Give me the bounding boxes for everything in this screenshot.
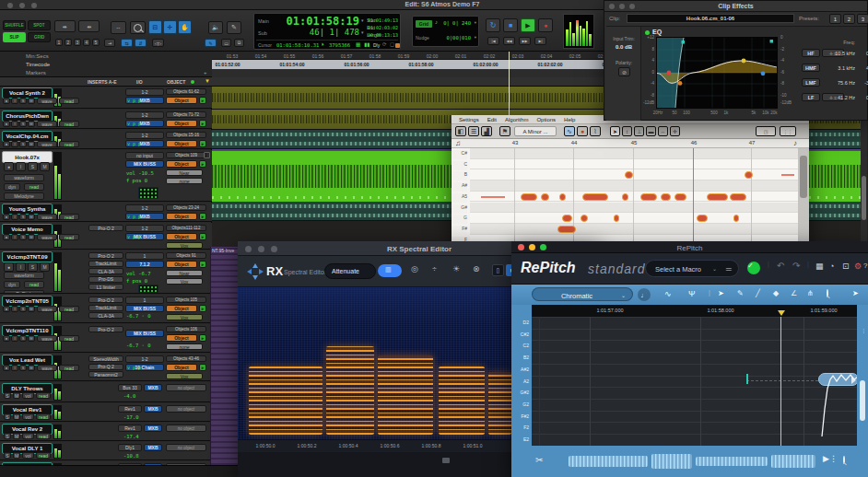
eq-band-hmf-button[interactable]: HMF — [802, 64, 820, 72]
scale-selector[interactable]: Chromatic ⌄ — [532, 287, 633, 301]
levels-icon[interactable]: ▟ — [481, 126, 492, 136]
eq-band-freq[interactable]: 75.6 Hz — [827, 80, 855, 86]
track-view-wave[interactable]: wave — [37, 98, 57, 104]
tilt-tool-icon[interactable]: ∠ — [791, 289, 797, 297]
clef-icon[interactable]: ♫ — [455, 139, 461, 147]
preset-button-3[interactable]: 3 — [857, 14, 868, 24]
volume-readout[interactable]: -10.8 — [123, 453, 139, 459]
track-view-waveform[interactable]: waveform — [4, 272, 44, 279]
overview-waveform[interactable] — [569, 456, 648, 467]
io-output-selector[interactable]: MIX BUSS — [125, 160, 164, 168]
io-output-selector[interactable]: MIX BUSS — [125, 305, 164, 312]
note-blob[interactable] — [622, 193, 628, 201]
pan-readout[interactable]: f pos 0 — [126, 178, 147, 183]
arrow-tool-icon[interactable]: ➤ — [610, 126, 620, 136]
io-input-selector[interactable]: 1-2 — [125, 132, 164, 139]
zoom-tool-icon[interactable] — [827, 290, 828, 297]
object-range-selector[interactable]: Objects 106 — [166, 326, 206, 332]
note-tool-icon[interactable]: ● — [577, 126, 588, 136]
volume-readout[interactable]: vol -6.7 — [126, 271, 151, 276]
track-mini-s[interactable]: S — [4, 433, 11, 439]
brightness-icon[interactable]: ☀ — [452, 264, 460, 273]
track-view-dyn[interactable]: dyn — [4, 281, 20, 288]
grid-value[interactable]: 0| 0| 240 — [439, 20, 471, 26]
object-range-selector[interactable]: Objects 71-72 — [166, 111, 206, 118]
overview-zoom-icon[interactable] — [843, 457, 845, 463]
track-view-read[interactable]: read — [59, 214, 79, 220]
pitch-curve-icon[interactable]: ∿ — [664, 289, 672, 298]
io-input-selector[interactable]: Rev1 — [118, 425, 142, 432]
eq-band-freq[interactable]: 10.5 kHz — [827, 51, 855, 56]
track-mini-vol[interactable]: vol — [22, 452, 34, 459]
eq-band-hf-button[interactable]: HF — [802, 49, 820, 57]
track-view-read[interactable]: read — [59, 121, 79, 127]
track-mute-button[interactable]: M — [28, 214, 35, 220]
track-view-repitch[interactable]: RePitch — [4, 290, 44, 294]
object-range-selector[interactable]: no object — [166, 444, 206, 451]
track-row[interactable]: DLY ThrowsSMvolreadBus 33MXB-4.0no objec… — [0, 382, 212, 402]
output-assignment[interactable]: Vox — [166, 373, 203, 379]
track-view-wave[interactable]: wave — [37, 121, 57, 127]
view-wave-button[interactable]: ▯ — [492, 264, 504, 276]
track-mini-read[interactable]: read — [36, 413, 51, 420]
go-to-end-button[interactable]: ▶| — [534, 37, 546, 45]
track-input-button[interactable]: I — [11, 121, 18, 127]
note-blob[interactable] — [521, 193, 537, 201]
clip-name-field[interactable]: Hook.06.cm_01-06 — [627, 14, 794, 23]
repitch-note-grid[interactable] — [532, 317, 857, 446]
track-mini-m[interactable]: M — [13, 452, 20, 459]
track-mute-button[interactable]: M — [40, 262, 50, 272]
pitch-drag-tool-icon[interactable]: ↕ — [622, 126, 632, 136]
track-row[interactable]: Vocal Rev 2SMvolreadRev1MXB-17.4no objec… — [0, 423, 212, 441]
track-input-button[interactable]: I — [11, 335, 18, 342]
track-view-dyn[interactable]: dyn — [4, 183, 20, 191]
io-input-selector[interactable]: 1-2 — [125, 355, 164, 363]
menu-edit[interactable]: Edit — [487, 117, 497, 122]
inserts-column-header[interactable]: INSERTS A-E — [88, 79, 116, 85]
fast-forward-button[interactable]: ▶▶ — [519, 37, 531, 45]
edit-vertical-scrollbar[interactable] — [861, 121, 867, 241]
menu-help[interactable]: Help — [564, 117, 575, 122]
track-mini-read[interactable]: read — [36, 452, 51, 459]
io-output-selector[interactable]: MXB — [144, 384, 162, 391]
trim-right-button[interactable]: ⇻ — [78, 20, 100, 32]
track-solo-button[interactable]: S — [19, 141, 27, 147]
track-view-read[interactable]: read — [59, 335, 79, 342]
track-mini-m[interactable]: M — [13, 413, 20, 420]
formant-tool-icon[interactable]: ⊥ — [634, 126, 644, 136]
play-button[interactable]: ▶ — [521, 18, 535, 32]
io-output-selector[interactable]: 7.1.2 — [125, 261, 164, 268]
magnifier-button[interactable] — [130, 21, 146, 34]
object-range-selector[interactable]: Objects 43-46 — [166, 355, 206, 362]
playback-options-icon[interactable]: ▶⋮ — [823, 454, 838, 463]
latency-icon[interactable]: ◔ — [829, 262, 834, 271]
object-range-selector[interactable]: Objects 15-16 — [166, 132, 206, 138]
amplitude-tool-icon[interactable]: ▬ — [646, 126, 656, 136]
output-assignment[interactable]: Vox — [166, 314, 203, 320]
output-assignment[interactable]: Vox — [166, 242, 203, 249]
repitch-timeline[interactable]: 1:01:57.0001:01:58.0001:01:59.000 — [532, 305, 857, 317]
track-mute-button[interactable]: M — [28, 365, 35, 371]
undo-icon[interactable]: ↶ — [777, 261, 784, 271]
keyboard-view-icon[interactable]: ▦ — [815, 262, 824, 271]
object-play-icon[interactable]: ▸ — [199, 213, 206, 220]
eq-graph[interactable] — [656, 37, 778, 109]
object-button[interactable]: Object — [166, 305, 197, 312]
track-solo-button[interactable]: S — [19, 214, 27, 220]
plugin-active-led[interactable]: ✓ — [747, 262, 760, 274]
insert-slot[interactable]: Pro-Q 2 — [88, 364, 123, 370]
insert-slot[interactable]: CLA-3A — [88, 268, 123, 274]
track-view-wave[interactable]: wave — [37, 141, 57, 147]
polarity-button[interactable]: ⊘ — [618, 67, 630, 76]
track-view-read[interactable]: read — [59, 141, 79, 147]
window-minimize-icon[interactable] — [19, 3, 25, 8]
object-range-selector[interactable]: Objects 109 — [166, 152, 206, 158]
zoom-preset-5[interactable]: 5 — [92, 39, 100, 46]
track-mute-button[interactable]: M — [28, 306, 35, 312]
window-zoom-icon[interactable] — [31, 3, 37, 8]
eraser-tool-icon[interactable]: ◆ — [773, 289, 779, 297]
track-solo-button[interactable]: S — [19, 335, 27, 342]
view-options-icon[interactable]: ⋮⋮ — [780, 126, 796, 136]
track-solo-button[interactable]: S — [19, 365, 27, 371]
return-to-zero-button[interactable]: ↻ — [486, 18, 500, 32]
